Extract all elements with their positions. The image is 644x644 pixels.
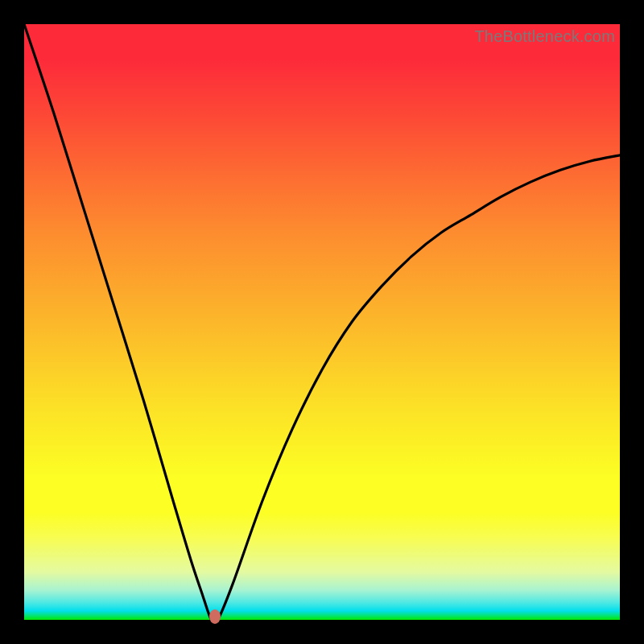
plot-area: TheBottleneck.com bbox=[24, 24, 620, 620]
bottleneck-curve bbox=[24, 24, 620, 620]
optimal-marker bbox=[209, 609, 221, 624]
chart-root: TheBottleneck.com bbox=[0, 0, 644, 644]
